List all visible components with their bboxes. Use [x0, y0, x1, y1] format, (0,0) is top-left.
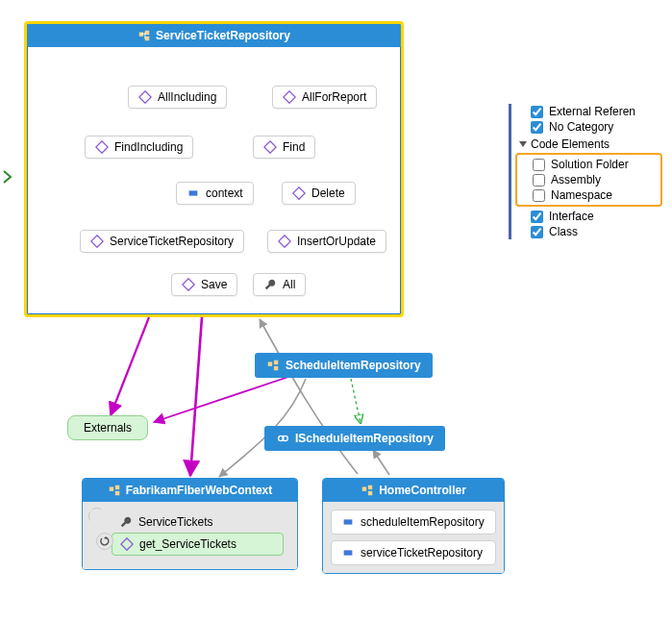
- svg-rect-23: [368, 491, 372, 495]
- method-find[interactable]: Find: [253, 136, 315, 159]
- class-schedule-item-repository[interactable]: ScheduleItemRepository: [255, 353, 433, 378]
- wrench-icon: [119, 515, 133, 529]
- legend-highlight-group: Solution Folder Assembly Namespace: [515, 153, 662, 207]
- svg-rect-2: [145, 37, 149, 40]
- svg-rect-19: [115, 491, 119, 495]
- method-insert-or-update[interactable]: InsertOrUpdate: [267, 230, 386, 253]
- class-header[interactable]: HomeController: [323, 479, 504, 502]
- svg-rect-10: [279, 236, 290, 247]
- checkbox[interactable]: [531, 106, 543, 118]
- checkbox[interactable]: [531, 121, 543, 134]
- svg-rect-14: [274, 366, 278, 370]
- interface-ischedule-item-repository[interactable]: IScheduleItemRepository: [264, 426, 445, 451]
- method-all-including[interactable]: AllIncluding: [128, 86, 227, 109]
- svg-rect-4: [284, 91, 295, 103]
- field-service-ticket-repository[interactable]: serviceTicketRepository: [331, 540, 496, 565]
- collapse-toggle[interactable]: [96, 533, 113, 550]
- method-icon: [182, 278, 195, 291]
- checkbox[interactable]: [531, 211, 543, 223]
- field-icon: [341, 515, 355, 529]
- method-icon: [95, 140, 109, 154]
- method-icon: [283, 90, 296, 104]
- svg-rect-7: [189, 190, 198, 195]
- property-all[interactable]: All: [253, 273, 306, 296]
- method-icon: [120, 537, 134, 551]
- method-delete[interactable]: Delete: [282, 182, 356, 205]
- class-icon: [137, 29, 151, 42]
- svg-rect-13: [274, 361, 278, 364]
- svg-rect-6: [264, 141, 276, 153]
- method-find-including[interactable]: FindIncluding: [85, 136, 193, 159]
- field-context[interactable]: context: [176, 182, 254, 205]
- class-title: ServiceTicketRepository: [156, 29, 290, 42]
- svg-rect-20: [121, 538, 133, 550]
- class-icon: [108, 484, 121, 497]
- legend-item-solution-folder[interactable]: Solution Folder: [533, 157, 657, 172]
- class-icon: [266, 359, 280, 372]
- legend-heading[interactable]: Code Elements: [519, 137, 662, 151]
- svg-rect-24: [344, 519, 353, 524]
- svg-rect-5: [96, 141, 108, 153]
- svg-rect-22: [368, 485, 372, 489]
- method-icon: [292, 187, 306, 200]
- method-icon: [278, 235, 291, 248]
- field-icon: [341, 546, 355, 560]
- checkbox[interactable]: [533, 159, 545, 171]
- svg-rect-1: [145, 31, 149, 35]
- method-icon: [90, 235, 104, 248]
- interface-icon: [276, 432, 289, 445]
- field-schedule-item-repository[interactable]: scheduleItemRepository: [331, 510, 496, 535]
- method-icon: [138, 90, 152, 104]
- legend-item-no-category[interactable]: No Category: [531, 119, 662, 135]
- class-fabrikam-fiber-web-context[interactable]: FabrikamFiberWebContext ServiceTickets g…: [82, 478, 298, 570]
- field-icon: [187, 187, 200, 200]
- svg-rect-11: [183, 279, 194, 290]
- canvas-entry-marker: [2, 169, 13, 187]
- class-service-ticket-repository[interactable]: ServiceTicketRepository AllIncluding All…: [24, 21, 404, 317]
- legend-item-namespace[interactable]: Namespace: [533, 187, 657, 203]
- ctor-service-ticket-repository[interactable]: ServiceTicketRepository: [80, 230, 244, 253]
- method-icon: [263, 140, 277, 154]
- externals-group[interactable]: Externals: [67, 415, 148, 440]
- svg-rect-8: [293, 187, 305, 199]
- property-service-tickets[interactable]: ServiceTickets get_ServiceTickets: [90, 510, 289, 561]
- legend-item-class[interactable]: Class: [531, 224, 662, 239]
- svg-rect-18: [115, 485, 119, 489]
- svg-rect-3: [139, 91, 151, 103]
- legend-item-assembly[interactable]: Assembly: [533, 172, 657, 187]
- checkbox[interactable]: [531, 226, 543, 238]
- wrench-icon: [263, 278, 277, 291]
- svg-rect-25: [344, 550, 353, 555]
- class-header[interactable]: FabrikamFiberWebContext: [83, 479, 297, 502]
- checkbox[interactable]: [533, 189, 545, 202]
- class-home-controller[interactable]: HomeController scheduleItemRepository se…: [322, 478, 505, 574]
- legend-panel: External Referen No Category Code Elemen…: [509, 104, 662, 239]
- class-icon: [361, 484, 374, 497]
- method-get-service-tickets[interactable]: get_ServiceTickets: [112, 533, 284, 556]
- svg-rect-12: [268, 362, 272, 366]
- svg-rect-21: [362, 487, 366, 491]
- class-header[interactable]: ServiceTicketRepository: [27, 24, 401, 47]
- svg-rect-9: [91, 236, 103, 247]
- legend-item-interface[interactable]: Interface: [531, 209, 662, 224]
- method-save[interactable]: Save: [171, 273, 237, 296]
- caret-down-icon: [519, 141, 527, 147]
- legend-item-external-ref[interactable]: External Referen: [531, 104, 662, 119]
- svg-rect-17: [110, 487, 113, 491]
- method-all-for-report[interactable]: AllForReport: [272, 86, 377, 109]
- checkbox[interactable]: [533, 174, 545, 187]
